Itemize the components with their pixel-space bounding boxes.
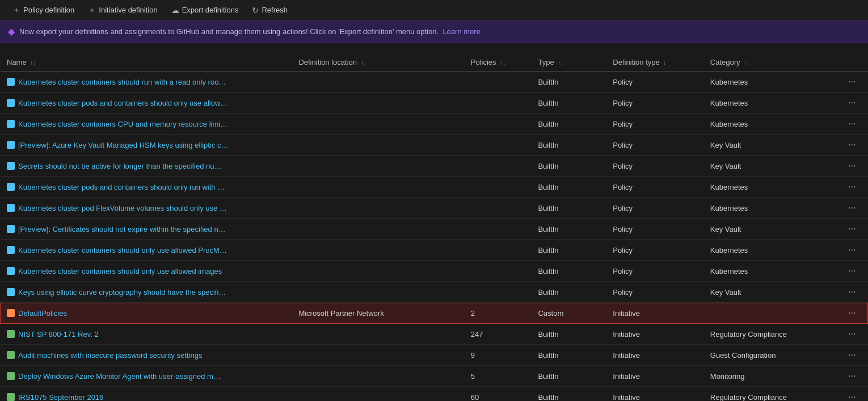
cell-defloc [292, 282, 464, 303]
row-name-link[interactable]: [Preview]: Azure Key Vault Managed HSM k… [18, 141, 228, 149]
row-name-link[interactable]: Audit machines with insecure password se… [18, 351, 202, 360]
cell-category: Kubernetes [703, 177, 838, 198]
svg-rect-9 [7, 267, 15, 275]
row-name-link[interactable]: NIST SP 800-171 Rev. 2 [18, 330, 99, 339]
cell-policies [464, 240, 532, 261]
cell-deftype: Initiative [606, 303, 703, 324]
cell-defloc [292, 240, 464, 261]
col-header-deftype[interactable]: Definition type ↓ [606, 53, 703, 72]
cell-defloc [292, 219, 464, 240]
cell-category: Key Vault [703, 135, 838, 156]
cell-name: Kubernetes cluster containers should run… [0, 72, 292, 93]
initiative-builtin-icon [7, 351, 15, 359]
row-name-link[interactable]: Kubernetes cluster pods and containers s… [18, 183, 225, 191]
cell-actions: ··· [838, 240, 868, 261]
cell-actions: ··· [838, 177, 868, 198]
row-actions-button[interactable]: ··· [845, 244, 859, 256]
cell-deftype: Policy [606, 156, 703, 177]
refresh-button[interactable]: ↻ Refresh [246, 3, 293, 17]
row-name-link[interactable]: Keys using elliptic curve cryptography s… [18, 288, 226, 296]
cell-name: Kubernetes cluster containers should onl… [0, 240, 292, 261]
col-header-type[interactable]: Type ↑↓ [531, 53, 606, 72]
cell-policies [464, 156, 532, 177]
row-actions-button[interactable]: ··· [845, 139, 859, 151]
row-name-link[interactable]: Kubernetes cluster pods and containers s… [18, 99, 227, 107]
row-actions-button[interactable]: ··· [845, 307, 859, 319]
sort-icon-category: ↑↓ [744, 60, 749, 66]
row-actions-button[interactable]: ··· [845, 181, 859, 193]
row-actions-button[interactable]: ··· [845, 391, 859, 401]
cell-actions: ··· [838, 93, 868, 114]
table-header: Name ↑↓ Definition location ↑↓ Policies … [0, 53, 868, 72]
cell-type: BuiltIn [531, 114, 606, 135]
cell-deftype: Policy [606, 240, 703, 261]
cell-category: Monitoring [703, 366, 838, 387]
cell-name: Kubernetes cluster pod FlexVolume volume… [0, 198, 292, 219]
row-name-link[interactable]: Deploy Windows Azure Monitor Agent with … [18, 372, 221, 381]
row-name-link[interactable]: Secrets should not be active for longer … [18, 162, 221, 170]
cell-name: DefaultPolicies [0, 303, 292, 324]
cell-policies: 247 [464, 324, 532, 345]
cell-category: Kubernetes [703, 114, 838, 135]
policy-table: Name ↑↓ Definition location ↑↓ Policies … [0, 53, 868, 401]
row-actions-button[interactable]: ··· [845, 349, 859, 361]
row-name-link[interactable]: Kubernetes cluster containers should run… [18, 78, 226, 86]
row-actions-button[interactable]: ··· [845, 370, 859, 382]
row-actions-button[interactable]: ··· [845, 328, 859, 340]
cell-defloc [292, 366, 464, 387]
cell-type: BuiltIn [531, 324, 606, 345]
cell-type: BuiltIn [531, 135, 606, 156]
col-header-policies[interactable]: Policies ↑↓ [464, 53, 532, 72]
col-header-name[interactable]: Name ↑↓ [0, 53, 292, 72]
svg-rect-3 [7, 141, 15, 149]
row-actions-button[interactable]: ··· [845, 223, 859, 235]
policy-icon [7, 183, 15, 191]
info-icon: ◆ [8, 26, 15, 37]
col-header-category[interactable]: Category ↑↓ [703, 53, 838, 72]
row-name-link[interactable]: DefaultPolicies [18, 309, 67, 318]
cell-category: Kubernetes [703, 240, 838, 261]
cell-category: Key Vault [703, 282, 838, 303]
export-definitions-button[interactable]: ☁ Export definitions [166, 3, 245, 17]
row-actions-button[interactable]: ··· [845, 286, 859, 298]
cell-category: Regulatory Compliance [703, 324, 838, 345]
learn-more-link[interactable]: Learn more [443, 27, 480, 36]
svg-rect-11 [7, 309, 15, 317]
table-row: Kubernetes cluster pods and containers s… [0, 93, 868, 114]
row-actions-button[interactable]: ··· [845, 265, 859, 277]
row-actions-button[interactable]: ··· [845, 202, 859, 214]
cell-defloc [292, 72, 464, 93]
row-actions-button[interactable]: ··· [845, 97, 859, 109]
cell-actions: ··· [838, 135, 868, 156]
cell-policies: 5 [464, 366, 532, 387]
cell-category: Key Vault [703, 156, 838, 177]
cell-policies [464, 219, 532, 240]
svg-rect-5 [7, 183, 15, 191]
row-actions-button[interactable]: ··· [845, 160, 859, 172]
svg-rect-8 [7, 246, 15, 254]
cell-deftype: Policy [606, 282, 703, 303]
row-name-link[interactable]: [Preview]: Certificates should not expir… [18, 225, 226, 233]
table-row: Kubernetes cluster pod FlexVolume volume… [0, 198, 868, 219]
row-actions-button[interactable]: ··· [845, 118, 859, 130]
policy-definition-button[interactable]: ＋ Policy definition [7, 3, 80, 18]
row-name-link[interactable]: Kubernetes cluster containers CPU and me… [18, 120, 227, 128]
row-name-link[interactable]: Kubernetes cluster pod FlexVolume volume… [18, 204, 227, 212]
cell-type: BuiltIn [531, 156, 606, 177]
banner-text: Now export your definitions and assignme… [19, 27, 481, 36]
row-actions-button[interactable]: ··· [845, 76, 859, 88]
initiative-definition-button[interactable]: ＋ Initiative definition [82, 3, 163, 18]
sort-icon-policies: ↑↓ [500, 60, 505, 66]
cell-deftype: Policy [606, 198, 703, 219]
row-name-link[interactable]: IRS1075 September 2016 [18, 393, 103, 402]
cell-policies [464, 135, 532, 156]
sort-icon-defloc: ↑↓ [361, 60, 366, 66]
table-row: DefaultPoliciesMicrosoft Partner Network… [0, 303, 868, 324]
col-header-defloc[interactable]: Definition location ↑↓ [292, 53, 464, 72]
cell-name: Keys using elliptic curve cryptography s… [0, 282, 292, 303]
row-name-link[interactable]: Kubernetes cluster containers should onl… [18, 267, 222, 275]
cell-deftype: Initiative [606, 366, 703, 387]
cloud-icon: ☁ [171, 6, 179, 15]
row-name-link[interactable]: Kubernetes cluster containers should onl… [18, 246, 227, 254]
policy-icon [7, 78, 15, 86]
